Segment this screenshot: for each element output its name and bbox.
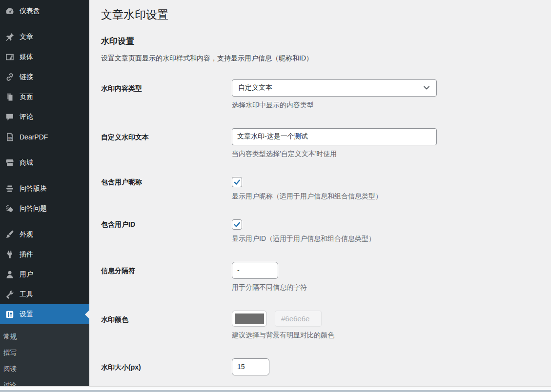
color-hex-input <box>275 311 322 327</box>
sidebar-item-media[interactable]: 媒体 <box>0 47 89 67</box>
field-label: 水印颜色 <box>101 311 232 340</box>
sidebar-item-label: 设置 <box>20 310 33 319</box>
sidebar-item-appearance[interactable]: 外观 <box>0 224 89 244</box>
custom-text-input[interactable] <box>232 128 437 145</box>
sidebar-item-tools[interactable]: 工具 <box>0 284 89 304</box>
user-icon <box>5 270 15 279</box>
pdf-icon: PDF <box>5 132 15 142</box>
settings-icon <box>5 310 15 319</box>
link-icon <box>5 72 15 82</box>
sidebar-item-plugins[interactable]: 插件 <box>0 244 89 264</box>
submenu-item-label: 撰写 <box>3 349 17 357</box>
media-icon <box>5 52 15 62</box>
sidebar-item-label: 问答问题 <box>20 204 47 213</box>
watermark-size-input[interactable] <box>232 358 269 375</box>
field-label: 信息分隔符 <box>101 262 232 292</box>
select-value: 自定义文本 <box>238 83 272 92</box>
sidebar-item-label: 文章 <box>20 33 33 41</box>
separator-input[interactable] <box>232 262 278 279</box>
form-row-size: 水印大小(px) <box>101 358 539 375</box>
main-content: 文章水印设置 水印设置 设置文章页面显示的水印样式和内容，支持显示用户信息（昵称… <box>89 0 551 392</box>
form-row-include-nickname: 包含用户昵称 显示用户昵称（适用于用户信息和组合信息类型） <box>101 177 539 201</box>
include-userid-checkbox[interactable] <box>232 219 242 230</box>
submenu-item-writing[interactable]: 撰写 <box>0 345 89 361</box>
sidebar-item-store[interactable]: 商城 <box>0 153 89 173</box>
chevron-down-icon <box>423 84 430 92</box>
sidebar-item-posts[interactable]: 文章 <box>0 27 89 47</box>
field-label: 水印大小(px) <box>101 358 232 375</box>
sidebar-item-label: 媒体 <box>20 53 33 61</box>
sidebar-item-dearpdf[interactable]: PDF DearPDF <box>0 127 89 147</box>
store-icon <box>5 158 15 168</box>
form-row-color: 水印颜色 建议选择与背景有明显对比的颜色 <box>101 311 539 340</box>
field-description: 用于分隔不同信息的字符 <box>232 283 539 292</box>
checkmark-icon <box>233 221 241 228</box>
section-description: 设置文章页面显示的水印样式和内容，支持显示用户信息（昵称和ID） <box>101 54 539 63</box>
submenu-item-reading[interactable]: 阅读 <box>0 361 89 377</box>
submenu-item-general[interactable]: 常规 <box>0 329 89 345</box>
form-row-include-userid: 包含用户ID 显示用户ID（适用于用户信息和组合信息类型） <box>101 219 539 243</box>
watermark-type-select[interactable]: 自定义文本 <box>232 79 437 97</box>
color-picker-button[interactable] <box>232 311 267 327</box>
field-label: 包含用户昵称 <box>101 177 232 201</box>
brush-lines-icon <box>5 204 15 214</box>
sidebar-item-pages[interactable]: 页面 <box>0 87 89 107</box>
form-row-separator: 信息分隔符 用于分隔不同信息的字符 <box>101 262 539 292</box>
field-description: 当内容类型选择'自定义文本'时使用 <box>232 150 539 158</box>
admin-sidebar: 仪表盘 文章 媒体 链接 页面 评论 PDF DearPDF 商城 问答版块 问… <box>0 0 89 392</box>
plugin-icon <box>5 250 15 259</box>
sidebar-item-label: 页面 <box>20 93 33 101</box>
sidebar-item-users[interactable]: 用户 <box>0 264 89 284</box>
field-description: 建议选择与背景有明显对比的颜色 <box>232 331 539 340</box>
sidebar-item-label: 评论 <box>20 113 33 121</box>
settings-submenu: 常规 撰写 阅读 讨论 <box>0 324 89 392</box>
layers-icon <box>5 184 15 194</box>
form-row-custom-text: 自定义水印文本 当内容类型选择'自定义文本'时使用 <box>101 128 539 158</box>
admin-menu: 仪表盘 文章 媒体 链接 页面 评论 PDF DearPDF 商城 问答版块 问… <box>0 0 89 324</box>
page-title: 文章水印设置 <box>101 8 539 22</box>
sidebar-item-label: 用户 <box>20 270 33 279</box>
sidebar-item-label: 商城 <box>20 158 33 167</box>
color-swatch <box>235 314 264 324</box>
sidebar-item-dashboard[interactable]: 仪表盘 <box>0 1 89 21</box>
field-description: 显示用户ID（适用于用户信息和组合信息类型） <box>232 235 539 243</box>
checkmark-icon <box>233 178 241 186</box>
form-row-content-type: 水印内容类型 自定义文本 选择水印中显示的内容类型 <box>101 79 539 110</box>
field-description: 显示用户昵称（适用于用户信息和组合信息类型） <box>232 192 539 201</box>
field-label: 自定义水印文本 <box>101 128 232 158</box>
dashboard-icon <box>5 6 15 16</box>
section-title: 水印设置 <box>101 36 539 47</box>
comment-icon <box>5 112 15 122</box>
submenu-item-label: 常规 <box>3 333 17 341</box>
field-description: 选择水印中显示的内容类型 <box>232 101 539 110</box>
sidebar-item-label: 插件 <box>20 250 33 259</box>
sidebar-item-label: DearPDF <box>20 133 48 141</box>
horizontal-scrollbar[interactable] <box>0 386 551 392</box>
svg-text:PDF: PDF <box>8 137 12 139</box>
sidebar-item-comments[interactable]: 评论 <box>0 107 89 127</box>
sidebar-item-links[interactable]: 链接 <box>0 67 89 87</box>
paintbrush-icon <box>5 230 15 239</box>
sidebar-item-label: 问答版块 <box>20 184 47 193</box>
sidebar-item-qa-questions[interactable]: 问答问题 <box>0 198 89 218</box>
pin-icon <box>5 32 15 42</box>
sidebar-item-label: 仪表盘 <box>20 7 40 16</box>
scrollbar-thumb[interactable] <box>0 390 551 392</box>
sidebar-item-label: 工具 <box>20 290 33 299</box>
submenu-item-label: 阅读 <box>3 365 17 373</box>
sidebar-item-label: 外观 <box>20 230 33 239</box>
sidebar-item-qa-sections[interactable]: 问答版块 <box>0 178 89 198</box>
pages-icon <box>5 92 15 102</box>
wrench-icon <box>5 290 15 299</box>
sidebar-item-label: 链接 <box>20 73 33 81</box>
field-label: 包含用户ID <box>101 219 232 243</box>
include-nickname-checkbox[interactable] <box>232 177 242 187</box>
watermark-settings-form: 水印内容类型 自定义文本 选择水印中显示的内容类型 自定义水印文本 当内容类型选… <box>101 79 539 375</box>
sidebar-item-settings[interactable]: 设置 <box>0 304 89 324</box>
field-label: 水印内容类型 <box>101 79 232 110</box>
